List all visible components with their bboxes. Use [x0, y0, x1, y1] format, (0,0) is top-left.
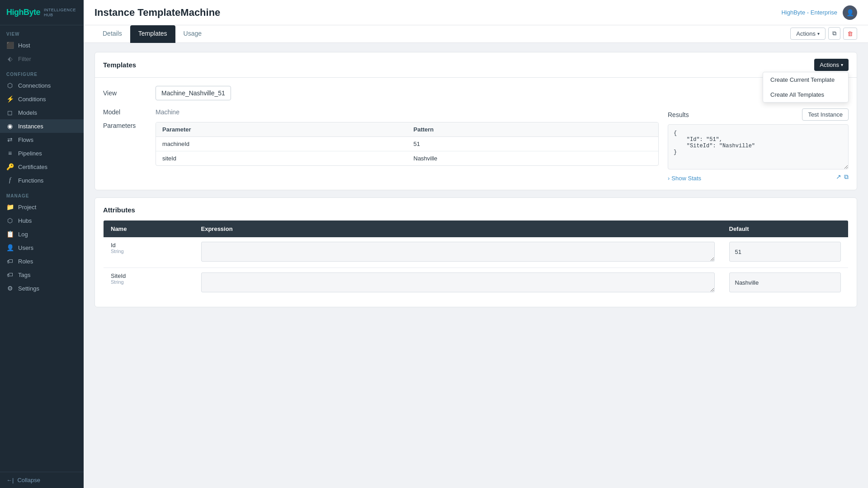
- attr-row-siteid: SiteId String Nashville: [104, 268, 849, 299]
- attributes-card-body: Attributes Name Expression Default Id: [95, 198, 857, 307]
- view-label: View: [103, 89, 148, 97]
- sidebar: HighByte Intelligence Hub VIEW ⬛ Host ⬖ …: [0, 0, 84, 488]
- chevron-right-icon: ›: [668, 175, 670, 182]
- attr-expression-cell-id: [194, 237, 722, 268]
- collapse-button[interactable]: ←| Collapse: [0, 472, 84, 488]
- attr-name-siteid: SiteId: [111, 272, 187, 279]
- view-select[interactable]: Machine_Nashville_51: [156, 86, 231, 100]
- sidebar-item-users[interactable]: 👤 Users: [0, 241, 84, 254]
- show-stats-label: Show Stats: [671, 175, 701, 182]
- actions-chevron-icon: ▾: [841, 62, 843, 67]
- sidebar-item-models[interactable]: ◻ Models: [0, 106, 84, 119]
- project-icon: 📁: [6, 203, 14, 211]
- topbar: Instance TemplateMachine HighByte - Ente…: [84, 0, 868, 25]
- sidebar-item-label: Flows: [18, 136, 33, 143]
- page-title-area: Instance TemplateMachine: [94, 7, 220, 19]
- pipelines-icon: ≡: [6, 150, 14, 157]
- host-icon: ⬛: [6, 42, 14, 49]
- page-title: Instance TemplateMachine: [94, 7, 220, 19]
- sidebar-item-instances[interactable]: ◉ Instances: [0, 119, 84, 133]
- create-current-template-item[interactable]: Create Current Template: [763, 72, 848, 87]
- view-select-container: Machine_Nashville_51 ▾ ‹ ›: [156, 86, 849, 100]
- templates-actions-dropdown-container: Actions ▾ Create Current Template Create…: [814, 59, 849, 71]
- roles-icon: 🏷: [6, 258, 14, 265]
- sidebar-item-label: Roles: [18, 258, 33, 265]
- sidebar-item-label: Conditions: [18, 96, 46, 103]
- sidebar-item-project[interactable]: 📁 Project: [0, 200, 84, 214]
- copy-button[interactable]: ⧉: [828, 27, 840, 40]
- conditions-icon: ⚡: [6, 95, 14, 103]
- sidebar-item-filter[interactable]: ⬖ Filter: [0, 52, 84, 66]
- sidebar-item-host[interactable]: ⬛ Host: [0, 38, 84, 52]
- results-label: Results: [668, 111, 689, 118]
- attr-type-siteid: String: [111, 279, 187, 285]
- configure-section-label: CONFIGURE: [0, 66, 84, 79]
- templates-card-body: View Machine_Nashville_51 ▾ ‹ ›: [95, 78, 857, 190]
- main-area: Instance TemplateMachine HighByte - Ente…: [84, 0, 868, 488]
- sidebar-item-hubs[interactable]: ⬡ Hubs: [0, 214, 84, 227]
- collapse-icon: ←|: [6, 477, 14, 483]
- actions-label: Actions: [796, 30, 816, 37]
- param-col-parameter: Parameter: [156, 122, 407, 136]
- sidebar-item-label: Connections: [18, 82, 51, 89]
- sidebar-item-functions[interactable]: f Functions: [0, 174, 84, 187]
- user-avatar[interactable]: 👤: [843, 5, 857, 20]
- attr-default-id: 51: [729, 242, 841, 262]
- tab-templates[interactable]: Templates: [130, 25, 175, 43]
- sidebar-item-label: Pipelines: [18, 150, 42, 157]
- sidebar-item-settings[interactable]: ⚙ Settings: [0, 282, 84, 295]
- tab-bar-left: Details Templates Usage: [94, 25, 210, 42]
- model-value: Machine: [156, 108, 179, 116]
- sidebar-item-roles[interactable]: 🏷 Roles: [0, 254, 84, 268]
- copy-results-icon[interactable]: ⧉: [844, 173, 849, 181]
- tags-icon: 🏷: [6, 271, 14, 278]
- results-footer: › Show Stats ↗ ⧉: [668, 172, 849, 182]
- create-all-templates-item[interactable]: Create All Templates: [763, 87, 848, 102]
- templates-actions-button[interactable]: Actions ▾: [814, 59, 849, 71]
- model-row: Model Machine: [103, 108, 659, 116]
- parameters-table-container: Parameter Pattern machineId 51 siteId: [156, 122, 659, 166]
- topbar-right: HighByte - Enterprise 👤: [781, 5, 857, 20]
- sidebar-item-conditions[interactable]: ⚡ Conditions: [0, 92, 84, 106]
- models-icon: ◻: [6, 109, 14, 116]
- external-link-icon[interactable]: ↗: [836, 173, 841, 181]
- sidebar-item-label: Models: [18, 109, 37, 116]
- sidebar-item-log[interactable]: 📋 Log: [0, 227, 84, 241]
- tab-usage[interactable]: Usage: [175, 25, 210, 43]
- delete-button[interactable]: 🗑: [843, 28, 857, 40]
- attributes-table: Name Expression Default Id String: [103, 220, 849, 299]
- sidebar-item-tags[interactable]: 🏷 Tags: [0, 268, 84, 282]
- sidebar-item-certificates[interactable]: 🔑 Certificates: [0, 160, 84, 174]
- logo: HighByte: [6, 8, 40, 17]
- sidebar-item-label: Functions: [18, 177, 43, 184]
- test-instance-button[interactable]: Test Instance: [802, 108, 849, 121]
- two-column-layout: Model Machine Parameters Parameter Patte…: [103, 108, 849, 182]
- enterprise-link[interactable]: HighByte - Enterprise: [781, 9, 837, 16]
- certificates-icon: 🔑: [6, 163, 14, 170]
- sidebar-item-flows[interactable]: ⇄ Flows: [0, 133, 84, 146]
- attr-type-id: String: [111, 249, 187, 254]
- attr-name-cell-siteid: SiteId String: [104, 268, 194, 299]
- sidebar-item-pipelines[interactable]: ≡ Pipelines: [0, 146, 84, 160]
- flows-icon: ⇄: [6, 136, 14, 143]
- param-name-1: siteId: [156, 151, 407, 165]
- logo-sub-line2: Hub: [44, 13, 76, 18]
- sidebar-item-label: Instances: [18, 123, 43, 130]
- attr-default-siteid: Nashville: [729, 272, 841, 292]
- sidebar-item-connections[interactable]: ⬡ Connections: [0, 79, 84, 92]
- settings-icon: ⚙: [6, 285, 14, 292]
- attr-col-expression: Expression: [194, 221, 722, 238]
- attr-expression-siteid[interactable]: [201, 272, 715, 292]
- log-icon: 📋: [6, 230, 14, 238]
- parameters-label: Parameters: [103, 122, 148, 129]
- attr-expression-id[interactable]: [201, 242, 715, 262]
- tab-details[interactable]: Details: [94, 25, 130, 43]
- show-stats-button[interactable]: › Show Stats: [668, 175, 701, 182]
- connections-icon: ⬡: [6, 82, 14, 89]
- actions-button-top[interactable]: Actions ▾: [790, 28, 826, 40]
- sidebar-item-label: Project: [18, 204, 36, 211]
- attr-table-body: Id String 51 SiteId: [104, 237, 849, 299]
- attr-col-default: Default: [722, 221, 849, 238]
- param-col-pattern: Pattern: [407, 122, 659, 136]
- functions-icon: f: [6, 177, 14, 184]
